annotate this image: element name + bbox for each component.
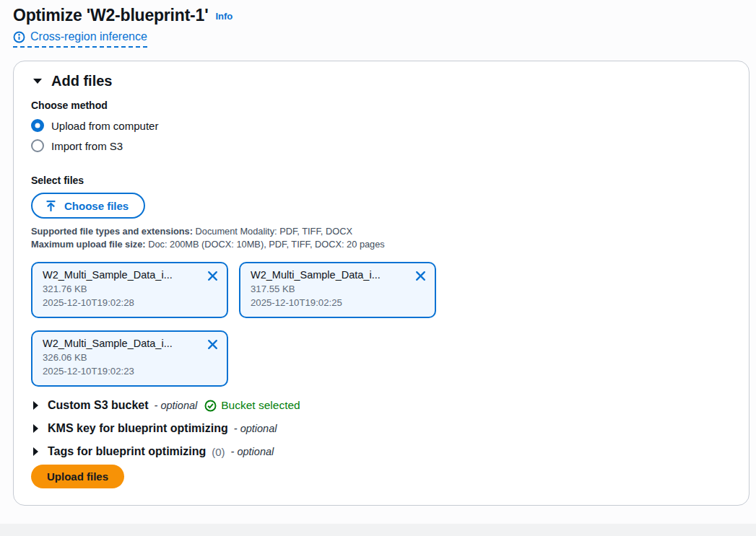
supported-file-types-value: Document Modality: PDF, TIFF, DOCX <box>196 226 352 237</box>
remove-file-icon[interactable] <box>413 268 428 284</box>
cross-region-inference-label: Cross-region inference <box>30 30 147 43</box>
file-timestamp: 2025-12-10T19:02:28 <box>43 297 220 308</box>
max-upload-size-value: Doc: 200MB (DOCX: 10MB), PDF, TIFF, DOCX… <box>148 239 385 250</box>
page-header: Optimize 'W2-blueprint-1' Info <box>13 6 743 25</box>
radio-option-import-from-s3[interactable]: Import from S3 <box>31 136 731 156</box>
tags-count: (0) <box>212 446 225 458</box>
expandable-title: Custom S3 bucket <box>48 399 149 412</box>
radio-option-label: Import from S3 <box>51 140 123 152</box>
cross-region-inference-link[interactable]: Cross-region inference <box>13 30 147 48</box>
file-size: 326.06 KB <box>43 352 220 363</box>
remove-file-icon[interactable] <box>205 337 220 352</box>
file-name: W2_Multi_Sample_Data_i... <box>43 338 203 349</box>
add-files-title: Add files <box>51 73 112 89</box>
remove-file-icon[interactable] <box>205 268 220 284</box>
expandable-sections: Custom S3 bucket - optional Bucket selec… <box>31 399 731 458</box>
file-size: 317.55 KB <box>251 284 427 294</box>
check-circle-icon <box>204 400 217 412</box>
select-files-label: Select files <box>31 175 731 186</box>
optional-label: - optional <box>231 446 274 457</box>
add-files-panel: Add files Choose method Upload from comp… <box>13 61 750 506</box>
file-constraints-text: Supported file types and extensions: Doc… <box>31 225 731 250</box>
radio-selected-icon[interactable] <box>31 119 44 132</box>
page-title: Optimize 'W2-blueprint-1' <box>13 6 208 25</box>
choose-method-radio-group: Upload from computer Import from S3 <box>31 115 731 156</box>
info-link[interactable]: Info <box>215 11 233 22</box>
file-token: W2_Multi_Sample_Data_i... 326.06 KB 2025… <box>31 330 228 387</box>
add-files-section-header[interactable]: Add files <box>31 71 731 89</box>
upload-icon <box>45 200 57 212</box>
file-token: W2_Multi_Sample_Data_i... 321.76 KB 2025… <box>31 262 228 318</box>
expandable-custom-s3-bucket[interactable]: Custom S3 bucket - optional Bucket selec… <box>31 399 731 412</box>
caret-right-icon <box>32 423 39 434</box>
file-timestamp: 2025-12-10T19:02:23 <box>43 366 220 377</box>
expandable-tags[interactable]: Tags for blueprint optimizing (0) - opti… <box>31 445 731 458</box>
choose-method-label: Choose method <box>31 100 731 111</box>
max-upload-size-label: Maximum upload file size: <box>31 239 146 250</box>
max-upload-size-line: Maximum upload file size: Doc: 200MB (DO… <box>31 238 731 251</box>
choose-files-button[interactable]: Choose files <box>31 193 145 219</box>
choose-files-button-label: Choose files <box>64 200 129 212</box>
caret-down-icon <box>32 78 43 84</box>
file-token: W2_Multi_Sample_Data_i... 317.55 KB 2025… <box>239 262 436 318</box>
caret-right-icon <box>32 447 39 457</box>
optional-label: - optional <box>155 400 198 411</box>
bucket-selected-status: Bucket selected <box>204 399 300 412</box>
page-bottom-strip <box>0 524 756 536</box>
optimize-blueprint-page: Optimize 'W2-blueprint-1' Info Cross-reg… <box>0 0 756 506</box>
radio-unselected-icon[interactable] <box>31 139 44 152</box>
supported-file-types-line: Supported file types and extensions: Doc… <box>31 225 731 238</box>
file-name: W2_Multi_Sample_Data_i... <box>43 269 203 281</box>
selected-files-list: W2_Multi_Sample_Data_i... 321.76 KB 2025… <box>31 262 493 387</box>
expandable-title: Tags for blueprint optimizing <box>48 445 206 458</box>
radio-option-upload-from-computer[interactable]: Upload from computer <box>31 115 731 136</box>
supported-file-types-label: Supported file types and extensions: <box>31 226 193 237</box>
file-size: 321.76 KB <box>43 284 220 294</box>
info-circle-icon <box>13 31 25 43</box>
expandable-kms-key[interactable]: KMS key for blueprint optimizing - optio… <box>31 422 731 435</box>
expandable-title: KMS key for blueprint optimizing <box>48 422 228 435</box>
bucket-selected-label: Bucket selected <box>221 399 300 412</box>
optional-label: - optional <box>234 423 277 434</box>
caret-right-icon <box>32 400 39 410</box>
upload-files-button[interactable]: Upload files <box>31 465 124 488</box>
radio-option-label: Upload from computer <box>51 120 158 132</box>
file-timestamp: 2025-12-10T19:02:25 <box>251 297 427 308</box>
file-name: W2_Multi_Sample_Data_i... <box>251 269 411 281</box>
